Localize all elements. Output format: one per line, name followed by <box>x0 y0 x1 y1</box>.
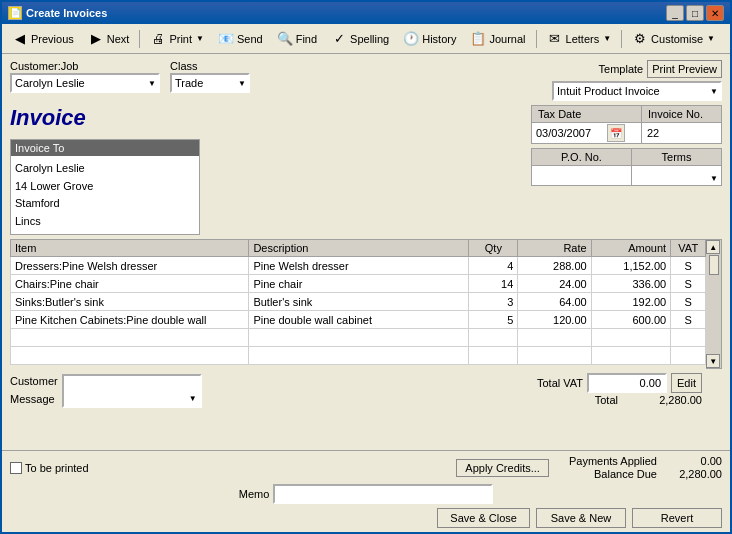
cell-amount: 336.00 <box>591 275 670 293</box>
total-vat-input[interactable] <box>587 373 667 393</box>
balance-due-value: 2,280.00 <box>667 468 722 480</box>
main-window: 📄 Create Invoices _ □ ✕ ◀ Previous ▶ Nex… <box>0 0 732 534</box>
cell-vat: S <box>671 257 706 275</box>
class-label: Class <box>170 60 250 72</box>
total-label: Total <box>553 394 618 406</box>
cell-description: Pine double wall cabinet <box>249 311 469 329</box>
scroll-down-button[interactable]: ▼ <box>706 354 720 368</box>
scrollbar: ▲ ▼ <box>706 239 722 369</box>
send-icon: 📧 <box>218 31 234 47</box>
col-vat: VAT <box>671 240 706 257</box>
bottom-area: CustomerMessage ▼ Total VAT Edit Total 2… <box>10 371 722 410</box>
cell-item: Chairs:Pine chair <box>11 275 249 293</box>
invoice-to-line4: Lincs <box>15 213 195 231</box>
letters-icon: ✉ <box>547 31 563 47</box>
invoice-to-header: Invoice To <box>11 140 199 156</box>
customer-message-select[interactable]: ▼ <box>62 374 202 408</box>
po-no-header: P.O. No. <box>532 149 632 166</box>
print-button[interactable]: 🖨 Print ▼ <box>144 28 210 50</box>
cell-qty: 14 <box>469 275 518 293</box>
terms-cell[interactable]: ▼ <box>632 166 722 186</box>
terms-header: Terms <box>632 149 722 166</box>
memo-input[interactable] <box>273 484 493 504</box>
terms-dropdown-arrow: ▼ <box>710 174 718 183</box>
window-title: Create Invoices <box>26 7 107 19</box>
next-button[interactable]: ▶ Next <box>82 28 136 50</box>
close-button[interactable]: ✕ <box>706 5 724 21</box>
print-check-area: To be printed <box>10 462 89 474</box>
table-row-empty[interactable] <box>11 347 706 365</box>
invoice-to-line2: 14 Lower Grove <box>15 178 195 196</box>
table-row[interactable]: Pine Kitchen Cabinets:Pine double wall P… <box>11 311 706 329</box>
letters-button[interactable]: ✉ Letters ▼ <box>541 28 618 50</box>
table-row[interactable]: Chairs:Pine chair Pine chair 14 24.00 33… <box>11 275 706 293</box>
po-no-cell[interactable] <box>532 166 632 186</box>
sep2 <box>536 30 537 48</box>
invoice-to-box: Invoice To Carolyn Leslie 14 Lower Grove… <box>10 139 200 235</box>
invoice-right: Tax Date Invoice No. 📅 <box>208 105 722 235</box>
find-button[interactable]: 🔍 Find <box>271 28 323 50</box>
customer-message-area: CustomerMessage ▼ <box>10 373 202 408</box>
footer-row2: Memo <box>10 484 722 504</box>
footer: To be printed Apply Credits... Payments … <box>2 450 730 532</box>
footer-middle: Apply Credits... Payments Applied 0.00 B… <box>456 455 722 480</box>
window-icon: 📄 <box>8 6 22 20</box>
memo-area: Memo <box>239 484 494 504</box>
history-button[interactable]: 🕐 History <box>397 28 462 50</box>
cell-description: Butler's sink <box>249 293 469 311</box>
cell-qty: 5 <box>469 311 518 329</box>
edit-vat-button[interactable]: Edit <box>671 373 702 393</box>
apply-credits-button[interactable]: Apply Credits... <box>456 459 549 477</box>
payments-area: Payments Applied 0.00 Balance Due 2,280.… <box>569 455 722 480</box>
customer-message-label: CustomerMessage <box>10 373 58 408</box>
memo-label: Memo <box>239 488 270 500</box>
customise-button[interactable]: ⚙ Customise ▼ <box>626 28 721 50</box>
revert-button[interactable]: Revert <box>632 508 722 528</box>
customise-icon: ⚙ <box>632 31 648 47</box>
cell-qty: 3 <box>469 293 518 311</box>
maximize-button[interactable]: □ <box>686 5 704 21</box>
customise-arrow: ▼ <box>707 34 715 43</box>
tax-invoice-table: Tax Date Invoice No. 📅 <box>531 105 722 144</box>
spelling-button[interactable]: ✓ Spelling <box>325 28 395 50</box>
cell-vat: S <box>671 293 706 311</box>
sep3 <box>621 30 622 48</box>
minimize-button[interactable]: _ <box>666 5 684 21</box>
total-vat-row: Total VAT Edit <box>518 373 702 393</box>
balance-due-label: Balance Due <box>594 468 657 480</box>
total-row: Total 2,280.00 <box>553 394 702 406</box>
template-arrow: ▼ <box>710 87 718 96</box>
toolbar: ◀ Previous ▶ Next 🖨 Print ▼ 📧 Send 🔍 Fin… <box>2 24 730 54</box>
send-button[interactable]: 📧 Send <box>212 28 269 50</box>
template-label: Template <box>599 63 644 75</box>
class-select[interactable]: Trade ▼ <box>170 73 250 93</box>
scroll-thumb[interactable] <box>709 255 719 275</box>
find-icon: 🔍 <box>277 31 293 47</box>
calendar-button[interactable]: 📅 <box>607 124 625 142</box>
line-items-wrapper: Item Description Qty Rate Amount VAT Dre… <box>10 239 722 369</box>
template-select[interactable]: Intuit Product Invoice ▼ <box>552 81 722 101</box>
cell-qty: 4 <box>469 257 518 275</box>
cell-amount: 1,152.00 <box>591 257 670 275</box>
scroll-up-button[interactable]: ▲ <box>706 240 720 254</box>
save-close-button[interactable]: Save & Close <box>437 508 530 528</box>
table-row-empty[interactable] <box>11 329 706 347</box>
to-be-printed-checkbox[interactable] <box>10 462 22 474</box>
totals-area: Total VAT Edit Total 2,280.00 <box>518 373 722 406</box>
sep1 <box>139 30 140 48</box>
table-row[interactable]: Dressers:Pine Welsh dresser Pine Welsh d… <box>11 257 706 275</box>
customer-combo: Carolyn Leslie ▼ <box>10 73 160 93</box>
invoice-area: Invoice Invoice To Carolyn Leslie 14 Low… <box>10 105 722 235</box>
main-content: Customer:Job Carolyn Leslie ▼ Class Trad… <box>2 54 730 450</box>
print-preview-button[interactable]: Print Preview <box>647 60 722 78</box>
journal-button[interactable]: 📋 Journal <box>464 28 531 50</box>
table-row[interactable]: Sinks:Butler's sink Butler's sink 3 64.0… <box>11 293 706 311</box>
customer-select[interactable]: Carolyn Leslie ▼ <box>10 73 160 93</box>
tax-date-input[interactable] <box>532 126 607 140</box>
cell-item: Pine Kitchen Cabinets:Pine double wall <box>11 311 249 329</box>
invoice-no-input[interactable] <box>643 124 720 142</box>
save-new-button[interactable]: Save & New <box>536 508 626 528</box>
previous-button[interactable]: ◀ Previous <box>6 28 80 50</box>
cell-rate: 120.00 <box>518 311 591 329</box>
invoice-to-line1: Carolyn Leslie <box>15 160 195 178</box>
